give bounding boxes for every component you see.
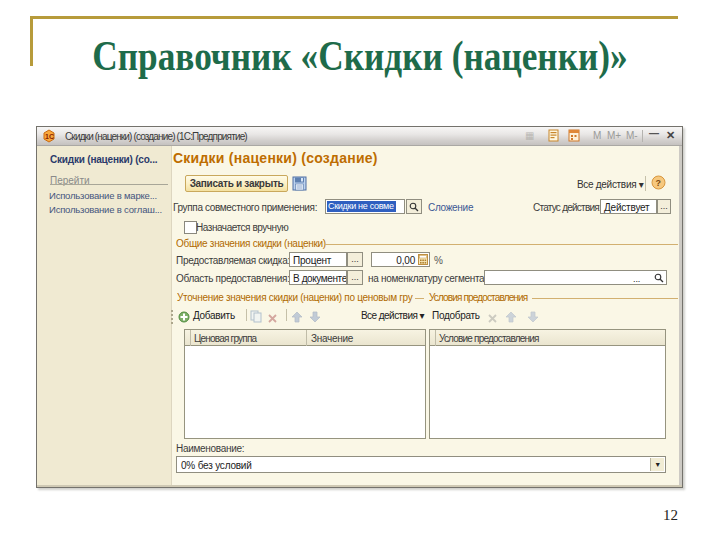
svg-text:?: ? xyxy=(656,178,662,188)
svg-text:1С: 1С xyxy=(45,133,54,140)
